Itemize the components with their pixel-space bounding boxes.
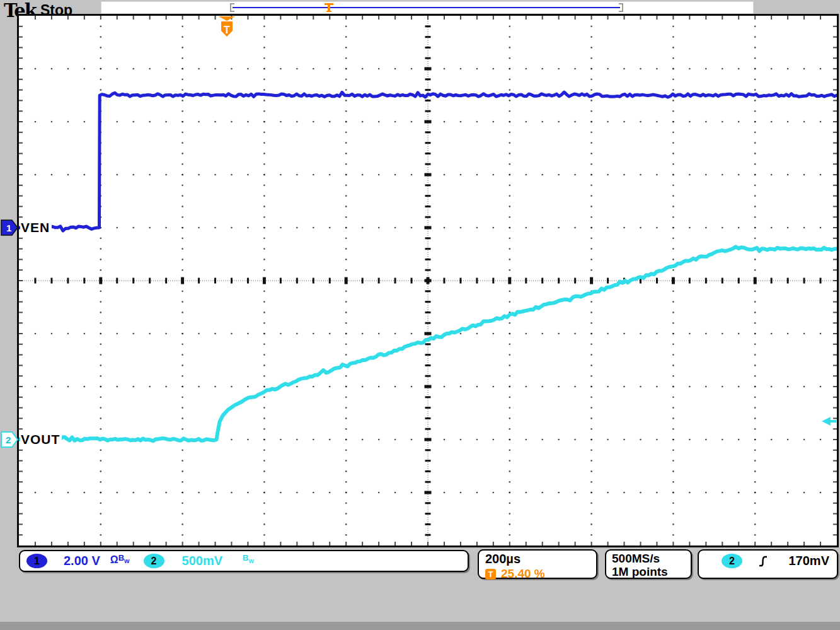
record-window-line [233,7,620,8]
ch1-trace-label: VEN [20,221,52,235]
channel-readout-box[interactable]: 1 2.00 V Ω BW 2 500mV BW [19,550,469,572]
graticule-area: VEN VOUT [17,14,839,547]
svg-text:2: 2 [6,435,11,445]
timebase-readout-box[interactable]: 200µs T 25.40 % [478,549,597,579]
trigger-readout-box[interactable]: 2 170mV [698,549,838,579]
ch2-bandwidth-icon: BW [243,553,254,564]
trigger-source-badge[interactable]: 2 [722,554,742,568]
ch1-bandwidth-icon: BW [118,553,130,564]
rising-edge-icon [757,555,769,568]
timebase-scale: 200µs [485,552,590,566]
trigger-time-marker-icon: T [219,16,235,38]
sample-rate: 500MS/s [612,552,685,565]
oscilloscope-screen: Tek Stop VEN VOUT 1 2 T 1 2.00 V Ω BW [0,0,840,630]
ch1-badge[interactable]: 1 [26,554,47,568]
svg-text:1: 1 [6,223,11,233]
trigger-level: 170mV [789,554,830,568]
ch2-trace-label: VOUT [20,433,62,446]
ch2-badge[interactable]: 2 [144,554,164,568]
waveform-canvas [19,16,837,545]
bottom-bezel-strip [0,622,840,630]
svg-text:T: T [224,25,230,35]
record-length: 1M points [612,565,685,578]
ch2-scale: 500mV [182,554,223,568]
acquisition-readout-box[interactable]: 500MS/s 1M points [605,549,692,579]
trigger-position-flag-icon [325,3,333,13]
trigger-position-icon: T [485,569,496,580]
ch1-ground-marker-icon: 1 [1,219,18,236]
trigger-level-arrow-icon [822,416,837,426]
trigger-position-percent: 25.40 % [501,567,545,581]
window-right-bracket-icon [619,3,623,12]
ch1-coupling-ohm-icon: Ω [110,554,118,566]
ch1-scale: 2.00 V [64,554,100,568]
record-view-bar [101,1,754,14]
ch2-ground-marker-icon: 2 [1,431,18,448]
